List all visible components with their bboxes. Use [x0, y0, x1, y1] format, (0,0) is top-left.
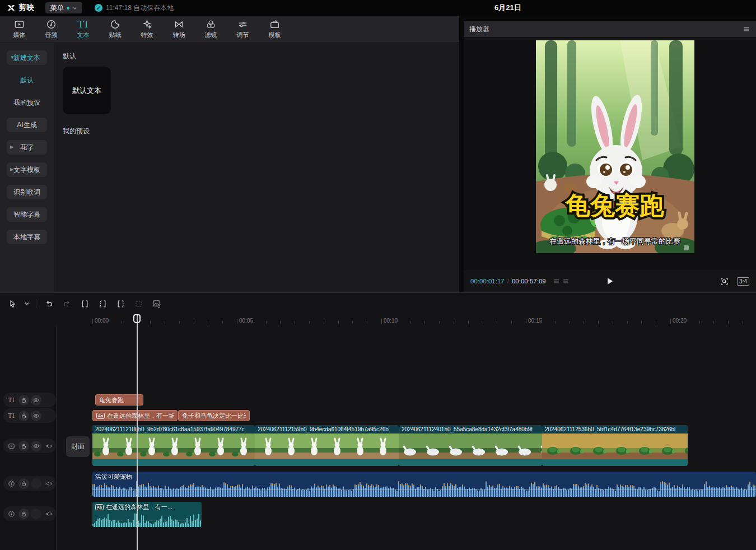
eye-icon[interactable] — [31, 395, 41, 405]
time-separator: / — [507, 278, 509, 285]
lock-icon[interactable] — [18, 441, 29, 451]
toolbar-tab-label: 滤镜 — [205, 31, 217, 39]
timeline-ruler[interactable]: 00:0000:0500:1000:1500:20 — [0, 314, 756, 325]
ruler-tick — [237, 319, 237, 324]
ruler-tick — [439, 321, 440, 324]
text-clip[interactable]: Aa在遥远的森林里，有一场不同 — [92, 410, 178, 421]
toolbar-tab-特效[interactable]: 特效 — [131, 18, 163, 39]
music-clip[interactable]: 活泼可爱宠物 — [92, 472, 756, 497]
app-name: 剪映 — [18, 3, 34, 13]
video-track-icon[interactable] — [6, 440, 17, 451]
sidebar-item-识别歌词[interactable]: 识别歌词 — [7, 185, 47, 199]
ruler-tick — [266, 321, 267, 324]
video-thumbnail — [491, 434, 514, 459]
audio-track-icon[interactable] — [6, 508, 17, 519]
ruler-tick — [222, 321, 223, 324]
toolbar-tab-label: 特效 — [141, 31, 153, 39]
video-thumbnail — [514, 434, 536, 459]
toolbar-tab-转场[interactable]: 转场 — [163, 18, 195, 39]
video-clip[interactable]: 20240621112536h0_5fd1c4d7764f13e239bc738… — [542, 425, 688, 466]
text-icon: TI — [77, 18, 88, 30]
video-clip[interactable]: 20240621112401h0_55a5ca8e8da1432cf3f7a48… — [399, 425, 542, 466]
video-thumbnail — [207, 434, 230, 459]
split-right-icon[interactable] — [113, 296, 129, 311]
split-icon[interactable] — [77, 296, 93, 311]
eye-icon[interactable] — [31, 411, 41, 421]
video-thumbnail — [184, 434, 207, 459]
ruler-tick — [713, 321, 714, 324]
default-text-card-label: 默认文本 — [72, 86, 101, 96]
mute-clip-icon[interactable] — [148, 296, 165, 311]
sidebar-item-本地字幕[interactable]: 本地字幕 — [7, 230, 47, 244]
ruler-tick — [670, 319, 671, 324]
fit-screen-icon[interactable] — [720, 277, 729, 286]
toolbar-tab-音频[interactable]: 音频 — [35, 18, 67, 39]
player-stage: 龟兔赛跑 在遥远的森林里，有一场不同寻常的比赛 — [464, 37, 756, 270]
lock-icon[interactable] — [18, 478, 29, 489]
toolbar-tab-贴纸[interactable]: 贴纸 — [99, 18, 131, 39]
video-clip-strip — [255, 459, 399, 466]
player-menu-icon[interactable] — [743, 25, 750, 33]
cursor-dropdown-icon[interactable] — [22, 296, 31, 311]
sidebar-item-AI生成[interactable]: AI生成 — [7, 118, 47, 132]
speaker-icon[interactable] — [43, 508, 54, 519]
autosave-check-icon: ✓ — [95, 4, 102, 12]
video-clip-filename: 20240621112536h0_5fd1c4d7764f13e239bc738… — [542, 425, 688, 434]
play-button[interactable] — [603, 274, 617, 288]
video-clip[interactable]: 20240621112100h0_9b2d780c61c8aa15937fa90… — [92, 425, 255, 466]
toolbar-tab-媒体[interactable]: 媒体 — [3, 18, 35, 39]
playhead-line[interactable] — [137, 315, 138, 550]
lock-icon[interactable] — [18, 509, 29, 519]
speaker-icon[interactable] — [43, 440, 54, 451]
ruler-tick — [324, 321, 324, 324]
video-track-header — [3, 439, 56, 453]
toolbar-tab-滤镜[interactable]: 滤镜 — [195, 18, 227, 39]
ruler-tick — [468, 321, 469, 324]
sidebar-item-默认[interactable]: 默认 — [7, 73, 47, 87]
default-text-card[interactable]: 默认文本 — [63, 67, 111, 114]
eye-icon[interactable] — [31, 441, 41, 451]
sidebar-item-文字模板[interactable]: ▶文字模板 — [7, 162, 47, 177]
sidebar-item-花字[interactable]: ▶花字 — [7, 140, 47, 155]
video-thumbnail — [278, 434, 301, 459]
video-thumbnail — [634, 434, 657, 459]
text-library: 默认 默认文本 我的预设 — [55, 43, 459, 292]
section-title-default: 默认 — [63, 52, 451, 61]
track-list-icon[interactable] — [562, 278, 570, 285]
toolbar-tab-模板[interactable]: 模板 — [259, 18, 291, 39]
toolbar-tab-label: 转场 — [173, 31, 185, 39]
cover-button[interactable]: 封面 — [66, 436, 90, 457]
text-track-icon[interactable]: TI — [6, 394, 17, 405]
text-track-header: TI — [3, 393, 56, 407]
split-left-icon[interactable] — [95, 296, 111, 311]
aspect-ratio-button[interactable]: 3:4 — [737, 277, 749, 286]
sidebar-item-智能字幕[interactable]: 智能字幕 — [7, 207, 47, 222]
playhead-handle[interactable] — [133, 314, 141, 323]
sidebar-item-我的预设[interactable]: 我的预设 — [7, 95, 47, 110]
toolbar-tab-调节[interactable]: 调节 — [227, 18, 259, 39]
select-cursor-icon[interactable] — [4, 296, 21, 311]
speaker-icon[interactable] — [43, 478, 54, 489]
undo-icon[interactable] — [41, 296, 57, 311]
video-thumbnail — [161, 434, 184, 459]
text-track-icon[interactable]: TI — [6, 410, 17, 421]
video-thumbnail — [92, 434, 115, 459]
menu-button[interactable]: 菜单 — [45, 2, 82, 13]
ruler-tick — [511, 321, 512, 324]
main-row: 媒体音频TI文本贴纸特效转场滤镜调节模板 ▼新建文本默认我的预设AI生成▶花字▶… — [0, 16, 756, 292]
player-title: 播放器 — [469, 25, 489, 34]
audio-track-icon[interactable] — [6, 478, 17, 489]
sidebar-item-新建文本[interactable]: ▼新建文本 — [7, 50, 47, 65]
toolbar-tab-文本[interactable]: TI文本 — [67, 18, 99, 39]
lock-icon[interactable] — [18, 411, 29, 421]
overlay-title: 龟兔赛跑 — [565, 192, 664, 219]
track-list-icon[interactable] — [553, 278, 560, 285]
video-clip[interactable]: 20240621112159h0_9b4ecda61064f4519b7a95c… — [255, 425, 399, 466]
player-controls-right: 3:4 — [720, 277, 749, 286]
lock-icon[interactable] — [18, 395, 29, 405]
video-preview[interactable]: 龟兔赛跑 在遥远的森林里，有一场不同寻常的比赛 — [536, 40, 694, 253]
sidebar-item-label: 新建文本 — [13, 53, 40, 63]
text-clip[interactable]: 兔子和乌龟决定比一比谁跑 — [178, 410, 250, 421]
voiceover-clip[interactable]: Aa在遥远的森林里，有一... — [92, 502, 202, 527]
video-filmstrip — [542, 434, 688, 459]
